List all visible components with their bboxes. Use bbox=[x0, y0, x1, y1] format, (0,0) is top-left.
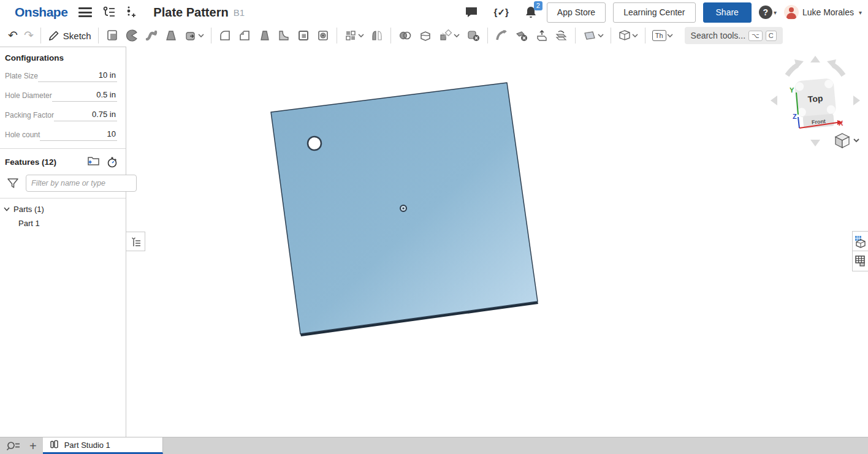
feature-filter-input[interactable] bbox=[26, 175, 137, 192]
fillet-button[interactable] bbox=[215, 27, 235, 44]
view-cube[interactable]: Top Front Y Z X bbox=[771, 56, 860, 148]
delete-face-button[interactable] bbox=[511, 27, 532, 44]
view-options-button[interactable] bbox=[836, 134, 859, 148]
sweep-icon bbox=[145, 29, 158, 42]
sheet-metal-thickness-button[interactable]: Th bbox=[649, 28, 676, 43]
chamfer-button[interactable] bbox=[235, 27, 254, 44]
thicken-button[interactable] bbox=[181, 27, 207, 44]
add-tab-icon[interactable]: + bbox=[29, 440, 37, 452]
split-button[interactable] bbox=[416, 27, 435, 44]
search-tabs-icon[interactable] bbox=[6, 441, 21, 452]
undo-button[interactable]: ↶ bbox=[5, 28, 21, 44]
plate-part[interactable] bbox=[271, 83, 538, 336]
features-title: Features (12) bbox=[5, 157, 86, 167]
learning-center-button[interactable]: Learning Center bbox=[613, 2, 695, 23]
tab-part-studio-1[interactable]: Part Studio 1 bbox=[43, 437, 163, 454]
user-menu[interactable]: Luke Morales ▾ bbox=[784, 5, 862, 20]
mirror-button[interactable] bbox=[367, 27, 387, 44]
revolve-button[interactable] bbox=[122, 27, 142, 44]
config-label: Hole count bbox=[5, 131, 40, 141]
redo-button[interactable]: ↷ bbox=[21, 28, 37, 44]
right-panel-buttons bbox=[852, 231, 868, 271]
pattern-menu-caret-icon[interactable] bbox=[358, 34, 364, 37]
sweep-button[interactable] bbox=[142, 27, 161, 44]
redo-icon: ↷ bbox=[24, 29, 34, 42]
configuration-panel-button[interactable] bbox=[852, 231, 868, 251]
transform-button[interactable] bbox=[435, 27, 463, 44]
filter-funnel-icon[interactable] bbox=[6, 177, 20, 189]
extrude-button[interactable] bbox=[102, 27, 122, 44]
config-row-plate-size: Plate Size 10 in bbox=[0, 67, 126, 85]
section-menu-caret-icon[interactable] bbox=[632, 34, 638, 37]
main-menu-icon[interactable] bbox=[78, 7, 92, 17]
versions-history-icon[interactable] bbox=[102, 6, 116, 18]
plate-hole[interactable] bbox=[308, 137, 321, 150]
view-cube-faces[interactable]: Top Front bbox=[794, 78, 838, 129]
shell-button[interactable] bbox=[294, 27, 313, 44]
create-folder-icon[interactable] bbox=[86, 155, 100, 168]
app-store-button[interactable]: App Store bbox=[547, 2, 606, 23]
fillet-icon bbox=[218, 29, 232, 42]
comments-icon[interactable] bbox=[465, 6, 478, 18]
mirror-icon bbox=[370, 29, 384, 42]
rib-button[interactable] bbox=[274, 27, 294, 44]
transform-icon bbox=[438, 29, 453, 42]
model-canvas[interactable]: Top Front Y Z X bbox=[0, 0, 868, 454]
onshape-app: Top Front Y Z X Ons bbox=[0, 0, 868, 454]
move-face-button[interactable] bbox=[532, 27, 552, 44]
chevron-down-icon bbox=[4, 207, 10, 211]
search-tools-button[interactable]: Search tools... ⌥ C bbox=[685, 27, 783, 44]
delete-part-button[interactable] bbox=[463, 27, 484, 44]
help-menu[interactable]: ? ▾ bbox=[759, 6, 777, 19]
notifications-bell-icon[interactable]: 2 bbox=[525, 6, 537, 19]
document-title[interactable]: Plate Pattern bbox=[153, 6, 228, 20]
part-tree-item[interactable]: Part 1 bbox=[0, 216, 126, 230]
hole-button[interactable] bbox=[313, 27, 333, 44]
parts-group-label: Parts (1) bbox=[13, 205, 44, 214]
rollback-history-icon[interactable] bbox=[106, 155, 118, 168]
custom-tables-icon bbox=[854, 254, 867, 268]
replace-face-button[interactable] bbox=[552, 27, 571, 44]
delete-part-icon bbox=[466, 29, 481, 42]
config-value-input[interactable]: 10 bbox=[40, 129, 117, 141]
config-row-hole-count: Hole count 10 bbox=[0, 126, 126, 143]
custom-tables-button[interactable] bbox=[852, 251, 868, 271]
collapse-feature-list-button[interactable] bbox=[126, 232, 145, 251]
transform-menu-caret-icon[interactable] bbox=[454, 34, 460, 37]
notification-count-badge: 2 bbox=[534, 1, 542, 10]
config-value-input[interactable]: 0.75 in bbox=[54, 110, 117, 121]
share-button[interactable]: Share bbox=[703, 2, 752, 23]
plane-icon bbox=[582, 29, 597, 42]
user-caret-icon: ▾ bbox=[859, 9, 862, 16]
onshape-logo[interactable]: Onshape bbox=[15, 5, 67, 20]
feature-script-check-icon[interactable]: {✓} bbox=[494, 7, 509, 18]
parts-group-row[interactable]: Parts (1) bbox=[0, 202, 126, 216]
plane-button[interactable] bbox=[579, 27, 607, 44]
loft-icon bbox=[164, 29, 178, 42]
section-view-button[interactable] bbox=[615, 27, 641, 44]
view-rotate-arcs[interactable] bbox=[787, 65, 843, 75]
extrude-icon bbox=[105, 29, 119, 42]
config-value-input[interactable]: 0.5 in bbox=[52, 90, 117, 102]
axis-y-label: Y bbox=[790, 86, 794, 94]
sketch-button[interactable]: Sketch bbox=[45, 28, 94, 44]
config-label: Hole Diameter bbox=[5, 91, 52, 102]
draft-icon bbox=[257, 29, 271, 42]
help-icon[interactable]: ? bbox=[759, 6, 772, 19]
loft-button[interactable] bbox=[161, 27, 181, 44]
draft-button[interactable] bbox=[254, 27, 274, 44]
chamfer-icon bbox=[238, 29, 251, 42]
plate-center-mark[interactable] bbox=[400, 205, 406, 211]
document-version[interactable]: B1 bbox=[234, 7, 245, 18]
linear-pattern-button[interactable] bbox=[341, 27, 367, 44]
search-tools-label: Search tools... bbox=[691, 31, 746, 40]
config-value-input[interactable]: 10 in bbox=[38, 70, 117, 82]
insert-tool-icon[interactable] bbox=[125, 6, 136, 19]
config-label: Packing Factor bbox=[5, 111, 54, 121]
boolean-button[interactable] bbox=[395, 27, 416, 44]
th-menu-caret-icon[interactable] bbox=[667, 34, 673, 37]
thicken-menu-caret-icon[interactable] bbox=[198, 34, 204, 37]
modify-fillet-button[interactable] bbox=[492, 27, 511, 44]
plane-menu-caret-icon[interactable] bbox=[598, 34, 604, 37]
features-header: Features (12) bbox=[0, 149, 126, 172]
